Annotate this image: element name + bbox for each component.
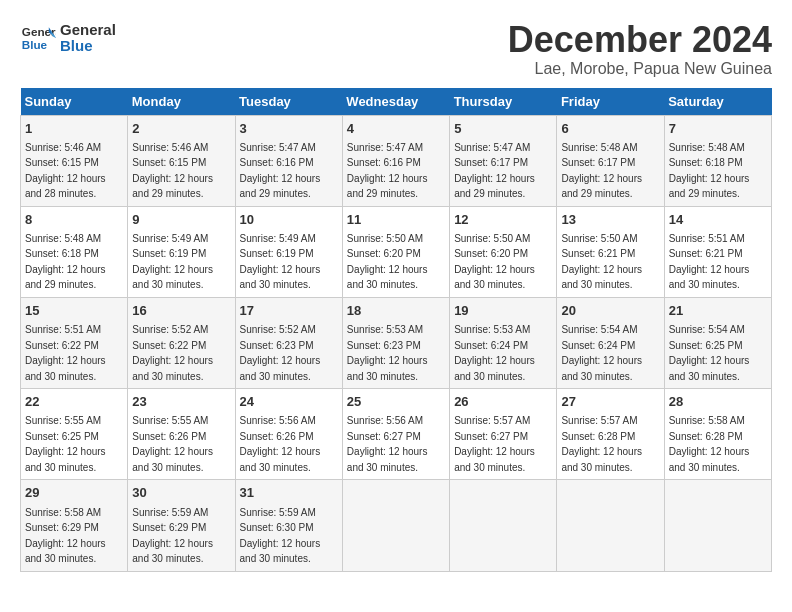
day-detail: Sunrise: 5:55 AMSunset: 6:26 PMDaylight:… — [132, 415, 213, 473]
day-number: 13 — [561, 211, 659, 229]
day-number: 28 — [669, 393, 767, 411]
day-detail: Sunrise: 5:57 AMSunset: 6:28 PMDaylight:… — [561, 415, 642, 473]
calendar-cell: 28Sunrise: 5:58 AMSunset: 6:28 PMDayligh… — [664, 389, 771, 480]
day-detail: Sunrise: 5:57 AMSunset: 6:27 PMDaylight:… — [454, 415, 535, 473]
calendar-cell: 19Sunrise: 5:53 AMSunset: 6:24 PMDayligh… — [450, 297, 557, 388]
calendar-cell: 16Sunrise: 5:52 AMSunset: 6:22 PMDayligh… — [128, 297, 235, 388]
day-detail: Sunrise: 5:54 AMSunset: 6:25 PMDaylight:… — [669, 324, 750, 382]
calendar-cell: 1Sunrise: 5:46 AMSunset: 6:15 PMDaylight… — [21, 115, 128, 206]
day-detail: Sunrise: 5:48 AMSunset: 6:17 PMDaylight:… — [561, 142, 642, 200]
day-detail: Sunrise: 5:47 AMSunset: 6:17 PMDaylight:… — [454, 142, 535, 200]
day-number: 1 — [25, 120, 123, 138]
day-number: 7 — [669, 120, 767, 138]
day-number: 20 — [561, 302, 659, 320]
day-number: 6 — [561, 120, 659, 138]
day-detail: Sunrise: 5:58 AMSunset: 6:29 PMDaylight:… — [25, 507, 106, 565]
day-number: 8 — [25, 211, 123, 229]
calendar-week-5: 29Sunrise: 5:58 AMSunset: 6:29 PMDayligh… — [21, 480, 772, 571]
weekday-header-monday: Monday — [128, 88, 235, 116]
day-number: 22 — [25, 393, 123, 411]
calendar-cell: 29Sunrise: 5:58 AMSunset: 6:29 PMDayligh… — [21, 480, 128, 571]
calendar-cell: 21Sunrise: 5:54 AMSunset: 6:25 PMDayligh… — [664, 297, 771, 388]
logo-blue: Blue — [60, 38, 116, 55]
day-detail: Sunrise: 5:47 AMSunset: 6:16 PMDaylight:… — [347, 142, 428, 200]
day-detail: Sunrise: 5:48 AMSunset: 6:18 PMDaylight:… — [669, 142, 750, 200]
calendar-cell — [450, 480, 557, 571]
calendar-cell: 13Sunrise: 5:50 AMSunset: 6:21 PMDayligh… — [557, 206, 664, 297]
day-number: 10 — [240, 211, 338, 229]
day-detail: Sunrise: 5:59 AMSunset: 6:30 PMDaylight:… — [240, 507, 321, 565]
day-detail: Sunrise: 5:50 AMSunset: 6:20 PMDaylight:… — [347, 233, 428, 291]
day-number: 14 — [669, 211, 767, 229]
calendar-cell: 5Sunrise: 5:47 AMSunset: 6:17 PMDaylight… — [450, 115, 557, 206]
day-number: 17 — [240, 302, 338, 320]
day-number: 12 — [454, 211, 552, 229]
calendar-cell: 31Sunrise: 5:59 AMSunset: 6:30 PMDayligh… — [235, 480, 342, 571]
month-title: December 2024 — [508, 20, 772, 60]
day-number: 18 — [347, 302, 445, 320]
weekday-header-thursday: Thursday — [450, 88, 557, 116]
calendar-cell: 27Sunrise: 5:57 AMSunset: 6:28 PMDayligh… — [557, 389, 664, 480]
logo-general: General — [60, 22, 116, 39]
calendar-cell: 26Sunrise: 5:57 AMSunset: 6:27 PMDayligh… — [450, 389, 557, 480]
day-number: 2 — [132, 120, 230, 138]
day-number: 16 — [132, 302, 230, 320]
calendar-cell: 25Sunrise: 5:56 AMSunset: 6:27 PMDayligh… — [342, 389, 449, 480]
weekday-header-saturday: Saturday — [664, 88, 771, 116]
day-detail: Sunrise: 5:59 AMSunset: 6:29 PMDaylight:… — [132, 507, 213, 565]
day-number: 26 — [454, 393, 552, 411]
day-detail: Sunrise: 5:49 AMSunset: 6:19 PMDaylight:… — [240, 233, 321, 291]
day-detail: Sunrise: 5:56 AMSunset: 6:26 PMDaylight:… — [240, 415, 321, 473]
calendar-cell: 14Sunrise: 5:51 AMSunset: 6:21 PMDayligh… — [664, 206, 771, 297]
calendar-week-1: 1Sunrise: 5:46 AMSunset: 6:15 PMDaylight… — [21, 115, 772, 206]
day-number: 15 — [25, 302, 123, 320]
location-title: Lae, Morobe, Papua New Guinea — [508, 60, 772, 78]
day-number: 9 — [132, 211, 230, 229]
day-detail: Sunrise: 5:54 AMSunset: 6:24 PMDaylight:… — [561, 324, 642, 382]
day-detail: Sunrise: 5:56 AMSunset: 6:27 PMDaylight:… — [347, 415, 428, 473]
calendar-cell: 9Sunrise: 5:49 AMSunset: 6:19 PMDaylight… — [128, 206, 235, 297]
calendar-cell: 17Sunrise: 5:52 AMSunset: 6:23 PMDayligh… — [235, 297, 342, 388]
day-detail: Sunrise: 5:53 AMSunset: 6:24 PMDaylight:… — [454, 324, 535, 382]
header-row: SundayMondayTuesdayWednesdayThursdayFrid… — [21, 88, 772, 116]
calendar-cell: 6Sunrise: 5:48 AMSunset: 6:17 PMDaylight… — [557, 115, 664, 206]
day-detail: Sunrise: 5:50 AMSunset: 6:21 PMDaylight:… — [561, 233, 642, 291]
calendar-cell: 15Sunrise: 5:51 AMSunset: 6:22 PMDayligh… — [21, 297, 128, 388]
calendar-cell: 10Sunrise: 5:49 AMSunset: 6:19 PMDayligh… — [235, 206, 342, 297]
day-number: 31 — [240, 484, 338, 502]
day-number: 29 — [25, 484, 123, 502]
calendar-cell: 20Sunrise: 5:54 AMSunset: 6:24 PMDayligh… — [557, 297, 664, 388]
calendar-cell: 7Sunrise: 5:48 AMSunset: 6:18 PMDaylight… — [664, 115, 771, 206]
calendar-week-2: 8Sunrise: 5:48 AMSunset: 6:18 PMDaylight… — [21, 206, 772, 297]
calendar-cell: 2Sunrise: 5:46 AMSunset: 6:15 PMDaylight… — [128, 115, 235, 206]
day-detail: Sunrise: 5:47 AMSunset: 6:16 PMDaylight:… — [240, 142, 321, 200]
calendar-cell: 12Sunrise: 5:50 AMSunset: 6:20 PMDayligh… — [450, 206, 557, 297]
day-number: 24 — [240, 393, 338, 411]
day-detail: Sunrise: 5:58 AMSunset: 6:28 PMDaylight:… — [669, 415, 750, 473]
day-number: 30 — [132, 484, 230, 502]
day-number: 25 — [347, 393, 445, 411]
calendar-cell: 22Sunrise: 5:55 AMSunset: 6:25 PMDayligh… — [21, 389, 128, 480]
calendar-table: SundayMondayTuesdayWednesdayThursdayFrid… — [20, 88, 772, 572]
day-number: 27 — [561, 393, 659, 411]
day-detail: Sunrise: 5:51 AMSunset: 6:22 PMDaylight:… — [25, 324, 106, 382]
calendar-cell: 30Sunrise: 5:59 AMSunset: 6:29 PMDayligh… — [128, 480, 235, 571]
calendar-week-3: 15Sunrise: 5:51 AMSunset: 6:22 PMDayligh… — [21, 297, 772, 388]
calendar-cell — [342, 480, 449, 571]
day-number: 19 — [454, 302, 552, 320]
calendar-cell: 23Sunrise: 5:55 AMSunset: 6:26 PMDayligh… — [128, 389, 235, 480]
weekday-header-wednesday: Wednesday — [342, 88, 449, 116]
calendar-cell: 3Sunrise: 5:47 AMSunset: 6:16 PMDaylight… — [235, 115, 342, 206]
day-number: 3 — [240, 120, 338, 138]
weekday-header-friday: Friday — [557, 88, 664, 116]
calendar-cell: 24Sunrise: 5:56 AMSunset: 6:26 PMDayligh… — [235, 389, 342, 480]
calendar-cell: 8Sunrise: 5:48 AMSunset: 6:18 PMDaylight… — [21, 206, 128, 297]
calendar-cell — [557, 480, 664, 571]
day-detail: Sunrise: 5:48 AMSunset: 6:18 PMDaylight:… — [25, 233, 106, 291]
calendar-cell: 11Sunrise: 5:50 AMSunset: 6:20 PMDayligh… — [342, 206, 449, 297]
day-detail: Sunrise: 5:55 AMSunset: 6:25 PMDaylight:… — [25, 415, 106, 473]
calendar-cell: 4Sunrise: 5:47 AMSunset: 6:16 PMDaylight… — [342, 115, 449, 206]
day-detail: Sunrise: 5:52 AMSunset: 6:22 PMDaylight:… — [132, 324, 213, 382]
day-number: 11 — [347, 211, 445, 229]
day-detail: Sunrise: 5:53 AMSunset: 6:23 PMDaylight:… — [347, 324, 428, 382]
